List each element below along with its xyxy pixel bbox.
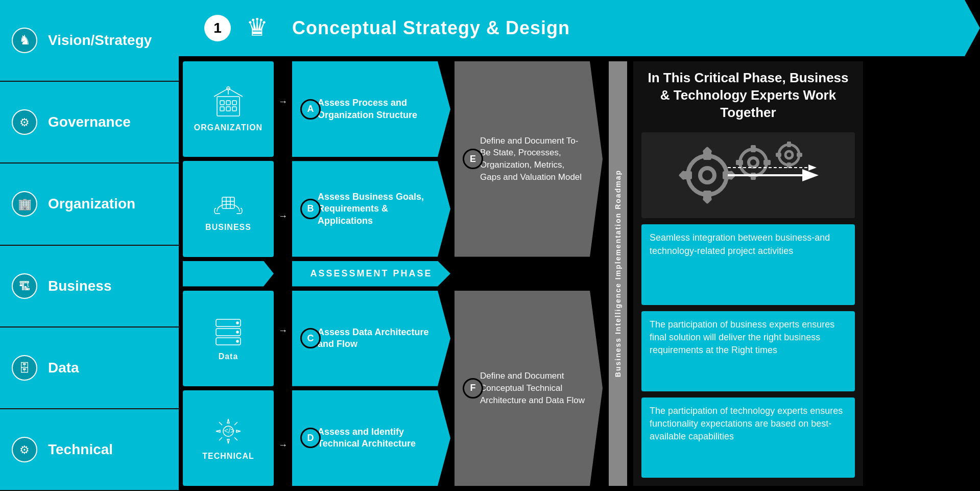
svg-text:⚙: ⚙	[19, 116, 30, 129]
svg-rect-14	[220, 101, 224, 105]
arrow-b-label: Assess Business Goals, Requirements & Ap…	[318, 191, 435, 227]
sidebar-label-business: Business	[48, 278, 112, 294]
arrow-b: B Assess Business Goals, Requirements & …	[292, 161, 450, 256]
svg-rect-22	[222, 197, 234, 208]
svg-point-45	[749, 158, 758, 167]
right-card-1-text: Seamless integration between business-an…	[650, 232, 830, 255]
badge-f: F	[463, 378, 483, 399]
svg-point-29	[236, 322, 238, 324]
organization-box: ORGANIZATION	[183, 61, 274, 157]
gears-area	[641, 132, 855, 218]
business-box-label: BUSINESS	[205, 223, 251, 232]
arrow-c-label: Assess Data Architecture and Flow	[318, 326, 435, 350]
svg-rect-17	[220, 107, 224, 111]
right-card-2: The participation of business experts en…	[641, 311, 855, 391]
right-panel: In This Critical Phase, Business & Techn…	[633, 61, 863, 486]
organization-box-label: ORGANIZATION	[194, 123, 262, 132]
data-box: Data	[183, 291, 274, 386]
svg-point-31	[236, 340, 238, 342]
arrow-a: A Assess Process and Organization Struct…	[292, 61, 450, 157]
business-icon: 🏗	[9, 271, 40, 301]
svg-text:♞: ♞	[19, 32, 31, 48]
svg-rect-18	[226, 107, 230, 111]
right-card-3: The participation of technology experts …	[641, 398, 855, 478]
governance-icon: ⚙	[9, 107, 40, 137]
sidebar-label-governance: Governance	[48, 114, 131, 130]
data-box-label: Data	[219, 352, 238, 361]
svg-rect-48	[736, 160, 743, 165]
assessment-label: ASSESSMENT PHASE	[310, 268, 432, 279]
svg-text:♛: ♛	[246, 14, 268, 41]
business-box: BUSINESS	[183, 161, 274, 256]
header-title: Conceptual Strategy & Design	[292, 17, 570, 39]
sidebar-item-governance[interactable]: ⚙ Governance	[0, 82, 179, 163]
technical-icon: ⚙	[9, 434, 40, 465]
sidebar-item-technical[interactable]: ⚙ Technical	[0, 409, 179, 491]
vision-strategy-icon: ♞	[9, 25, 40, 56]
roadmap-text: Business Intelligence Implementation Roa…	[614, 170, 622, 377]
sidebar-item-data[interactable]: 🗄 Data	[0, 328, 179, 409]
technical-box-label: TECHNICAL	[202, 452, 254, 461]
sidebar: ♞ Vision/Strategy ⚙ Governance 🏢 Organiz…	[0, 0, 179, 491]
roadmap-bar: Business Intelligence Implementation Roa…	[609, 61, 627, 486]
define-e-text: Define and Document To-Be State, Process…	[480, 135, 587, 183]
badge-b: B	[300, 199, 321, 219]
sidebar-item-organization[interactable]: 🏢 Organization	[0, 163, 179, 245]
badge-e: E	[463, 149, 483, 169]
main-content: 1 ♛ Conceptual Strategy & Design	[179, 0, 980, 491]
header-icon: ♛	[241, 8, 282, 49]
right-card-3-text: The participation of technology experts …	[650, 406, 843, 441]
svg-rect-16	[232, 101, 236, 105]
sidebar-label-data: Data	[48, 360, 79, 376]
svg-point-50	[779, 145, 799, 165]
assessment-divider: ASSESSMENT PHASE	[292, 261, 450, 287]
technical-box: </> TECHNICAL	[183, 390, 274, 486]
svg-point-34	[688, 156, 727, 195]
sidebar-item-business[interactable]: 🏗 Business	[0, 246, 179, 328]
svg-point-44	[740, 149, 767, 176]
badge-d: D	[300, 428, 321, 448]
data-icon: 🗄	[9, 353, 40, 383]
arrow-d-label: Assess and Identify Technical Architectu…	[318, 426, 435, 450]
svg-text:🏢: 🏢	[18, 197, 32, 211]
right-panel-title: In This Critical Phase, Business & Techn…	[641, 69, 855, 126]
svg-rect-13	[217, 97, 240, 116]
define-e: E Define and Document To-Be State, Proce…	[455, 61, 603, 257]
svg-rect-55	[797, 153, 802, 157]
right-card-1: Seamless integration between business-an…	[641, 224, 855, 305]
right-card-2-text: The participation of business experts en…	[650, 319, 834, 355]
sidebar-label-organization: Organization	[48, 196, 135, 212]
header-bar: 1 ♛ Conceptual Strategy & Design	[179, 0, 980, 56]
phase-number: 1	[204, 15, 231, 41]
svg-rect-19	[232, 107, 236, 111]
arrow-d: D Assess and Identify Technical Architec…	[292, 390, 450, 486]
sidebar-item-vision-strategy[interactable]: ♞ Vision/Strategy	[0, 0, 179, 82]
svg-text:</>: </>	[224, 427, 234, 435]
arrow-c: C Assess Data Architecture and Flow	[292, 291, 450, 386]
define-f-text: Define and Document Conceptual Technical…	[480, 370, 587, 406]
badge-a: A	[300, 99, 321, 120]
svg-rect-46	[751, 145, 756, 152]
define-f: F Define and Document Conceptual Technic…	[455, 291, 603, 486]
svg-text:🏗: 🏗	[19, 280, 30, 293]
svg-rect-49	[763, 160, 771, 165]
sidebar-label-vision-strategy: Vision/Strategy	[48, 32, 152, 49]
svg-rect-15	[226, 101, 230, 105]
svg-text:⚙: ⚙	[19, 443, 30, 456]
svg-rect-52	[787, 142, 791, 147]
svg-point-51	[785, 151, 793, 158]
badge-c: C	[300, 328, 321, 348]
organization-icon: 🏢	[9, 189, 40, 219]
svg-point-35	[700, 168, 714, 182]
svg-text:🗄: 🗄	[19, 362, 30, 375]
sidebar-label-technical: Technical	[48, 441, 113, 458]
svg-point-30	[236, 331, 238, 333]
svg-rect-54	[776, 153, 781, 157]
arrow-a-label: Assess Process and Organization Structur…	[318, 97, 435, 121]
